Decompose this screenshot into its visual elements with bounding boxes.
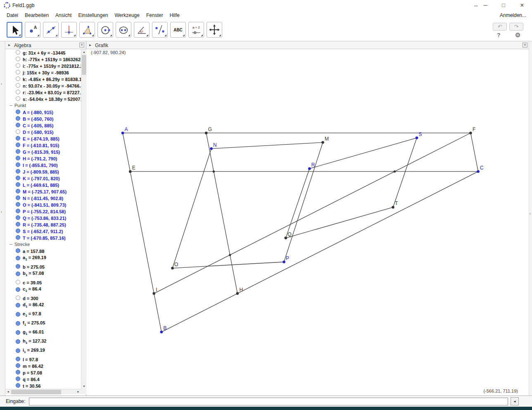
panel-collapse-icon-right[interactable]: ‹ bbox=[530, 212, 531, 216]
algebra-row-line-k[interactable]: k: -4.85x + 86.29y = 81838.14 bbox=[5, 76, 81, 82]
tree-collapse-icon[interactable] bbox=[10, 105, 12, 106]
graphics-header-arrow-icon[interactable]: ▸ bbox=[89, 43, 91, 47]
help-icon[interactable]: ? bbox=[497, 32, 501, 38]
conic-tool-button[interactable] bbox=[116, 22, 131, 38]
segment-IF[interactable] bbox=[154, 133, 471, 293]
move-graphics-view-tool-button[interactable] bbox=[207, 22, 222, 38]
visibility-toggle-icon[interactable] bbox=[16, 235, 20, 240]
algebra-row-segment-l[interactable]: l = 97.8 bbox=[5, 356, 81, 362]
point-O[interactable] bbox=[171, 267, 174, 270]
point-F[interactable] bbox=[469, 131, 472, 134]
horizontal-scroll-thumb[interactable] bbox=[11, 390, 61, 394]
minimize-icon[interactable]: ─ bbox=[481, 1, 490, 10]
point-I[interactable] bbox=[152, 292, 155, 295]
visibility-toggle-icon[interactable] bbox=[16, 76, 20, 81]
algebra-row-segment-b[interactable]: b = 275.05 bbox=[5, 263, 81, 270]
algebra-row-segment-m[interactable]: m = 86.42 bbox=[5, 362, 81, 369]
visibility-toggle-icon[interactable] bbox=[16, 363, 20, 368]
algebra-row-point-I[interactable]: I = (-855.81, 790) bbox=[5, 162, 81, 168]
visibility-toggle-icon[interactable] bbox=[16, 156, 20, 160]
algebra-close-icon[interactable]: × bbox=[79, 43, 84, 48]
menu-item-hilfe[interactable]: Hilfe bbox=[166, 12, 183, 19]
menu-item-ansicht[interactable]: Ansicht bbox=[52, 12, 75, 19]
visibility-toggle-icon[interactable] bbox=[16, 312, 20, 317]
algebra-row-point-N[interactable]: N = (-811.45, 902.8) bbox=[5, 195, 81, 201]
reflection-tool-button[interactable] bbox=[152, 22, 168, 38]
point-H[interactable] bbox=[236, 292, 239, 295]
segment-RS[interactable] bbox=[309, 138, 417, 169]
segment-BC[interactable] bbox=[162, 172, 478, 332]
visibility-toggle-icon[interactable] bbox=[16, 357, 20, 361]
visibility-toggle-icon[interactable] bbox=[16, 248, 20, 253]
algebra-row-segment-f_1[interactable]: f1 = 275.05 bbox=[5, 319, 81, 329]
algebra-row-point-Q[interactable]: Q = (-753.86, 833.21) bbox=[5, 215, 81, 221]
snap-window-icon[interactable]: ↔ bbox=[471, 1, 480, 10]
visibility-toggle-icon[interactable] bbox=[16, 110, 20, 114]
algebra-row-line-h[interactable]: h: -775x + 1519y = 1863262.75 bbox=[5, 56, 81, 62]
point-N[interactable] bbox=[210, 147, 213, 150]
visibility-toggle-icon[interactable] bbox=[16, 162, 20, 167]
visibility-toggle-icon[interactable] bbox=[16, 383, 20, 388]
algebra-row-segment-b_1[interactable]: b1 = 57.08 bbox=[5, 270, 81, 279]
circle-tool-button[interactable] bbox=[97, 22, 113, 38]
scroll-left-icon[interactable]: ◄ bbox=[5, 389, 11, 394]
slider-tool-button[interactable]: a = 2 bbox=[188, 22, 204, 38]
point-C[interactable] bbox=[477, 170, 480, 173]
visibility-toggle-icon[interactable] bbox=[16, 189, 20, 193]
algebra-row-line-n[interactable]: n: 93.07x - 30.05y = -94766.46 bbox=[5, 82, 81, 89]
menu-item-bearbeiten[interactable]: Bearbeiten bbox=[21, 12, 52, 19]
visibility-toggle-icon[interactable] bbox=[16, 176, 20, 180]
visibility-toggle-icon[interactable] bbox=[16, 195, 20, 200]
visibility-toggle-icon[interactable] bbox=[16, 377, 20, 381]
point-B[interactable] bbox=[160, 331, 163, 334]
segment-NO[interactable] bbox=[173, 149, 211, 268]
perpendicular-line-tool-button[interactable] bbox=[61, 22, 77, 38]
visibility-toggle-icon[interactable] bbox=[16, 321, 20, 326]
point-P[interactable] bbox=[283, 260, 285, 263]
algebra-row-point-D[interactable]: D = (-580, 915) bbox=[5, 129, 81, 135]
segment-PM[interactable] bbox=[284, 143, 323, 262]
algebra-row-line-s[interactable]: s: -54.04x + 18.38y = 52007.34 bbox=[5, 95, 81, 102]
graphics-close-icon[interactable]: × bbox=[522, 43, 527, 48]
move-tool-button[interactable] bbox=[7, 22, 22, 38]
algebra-input-field[interactable] bbox=[29, 398, 508, 405]
visibility-toggle-icon[interactable] bbox=[16, 330, 20, 335]
visibility-toggle-icon[interactable] bbox=[16, 57, 20, 61]
algebra-row-point-S[interactable]: S = (-652.47, 911.2) bbox=[5, 228, 81, 234]
geometry-figure[interactable]: ABCEFGHIMNOPQRST bbox=[87, 49, 528, 395]
algebra-row-segment-a[interactable]: a = 157.88 bbox=[5, 248, 81, 254]
algebra-row-segment-i_1[interactable]: i1 = 269.19 bbox=[5, 347, 81, 356]
algebra-row-point-G[interactable]: G = (-815.39, 915) bbox=[5, 148, 81, 155]
algebra-row-point-L[interactable]: L = (-669.61, 885) bbox=[5, 181, 81, 188]
algebra-row-point-A[interactable]: A = (-880, 915) bbox=[5, 109, 81, 115]
text-tool-button[interactable]: ABC bbox=[170, 22, 186, 38]
point-K[interactable] bbox=[229, 254, 231, 256]
segment-FC[interactable] bbox=[470, 133, 478, 172]
graphics-view[interactable]: (-907.82, 980.24) (-566.21, 711.19) ABCE… bbox=[86, 49, 529, 396]
visibility-toggle-icon[interactable] bbox=[16, 229, 20, 233]
undo-button[interactable]: ↶ bbox=[493, 23, 507, 31]
algebra-row-point-H[interactable]: H = (-791.2, 790) bbox=[5, 155, 81, 162]
segment-ST[interactable] bbox=[393, 138, 417, 207]
segment-OP[interactable] bbox=[173, 262, 284, 268]
algebra-horizontal-scrollbar[interactable]: ◄ ► bbox=[5, 389, 81, 394]
visibility-toggle-icon[interactable] bbox=[16, 116, 20, 121]
segment-GH[interactable] bbox=[206, 133, 238, 293]
algebra-row-segment-p[interactable]: p = 57.08 bbox=[5, 369, 81, 376]
close-icon[interactable]: × bbox=[518, 1, 527, 10]
algebra-vertical-scrollbar[interactable]: ▲ ▼ bbox=[81, 49, 86, 389]
algebra-row-point-F[interactable]: F = (-610.81, 915) bbox=[5, 142, 81, 148]
visibility-toggle-icon[interactable] bbox=[16, 215, 20, 220]
visibility-toggle-icon[interactable] bbox=[16, 182, 20, 187]
algebra-row-point-B[interactable]: B = (-850, 760) bbox=[5, 115, 81, 122]
point-A[interactable] bbox=[121, 131, 124, 134]
point-T[interactable] bbox=[392, 206, 394, 209]
menu-item-werkzeuge[interactable]: Werkzeuge bbox=[111, 12, 142, 19]
visibility-toggle-icon[interactable] bbox=[16, 222, 20, 226]
visibility-toggle-icon[interactable] bbox=[16, 129, 20, 134]
maximize-icon[interactable]: □ bbox=[499, 1, 508, 10]
menu-item-fenster[interactable]: Fenster bbox=[143, 12, 166, 19]
algebra-row-line-r[interactable]: r: -23.96x + 83.01y = 87227.35 bbox=[5, 89, 81, 95]
visibility-toggle-icon[interactable] bbox=[16, 296, 20, 300]
algebra-row-line-g[interactable]: g: 31x + 6y = -13445 bbox=[5, 49, 81, 56]
